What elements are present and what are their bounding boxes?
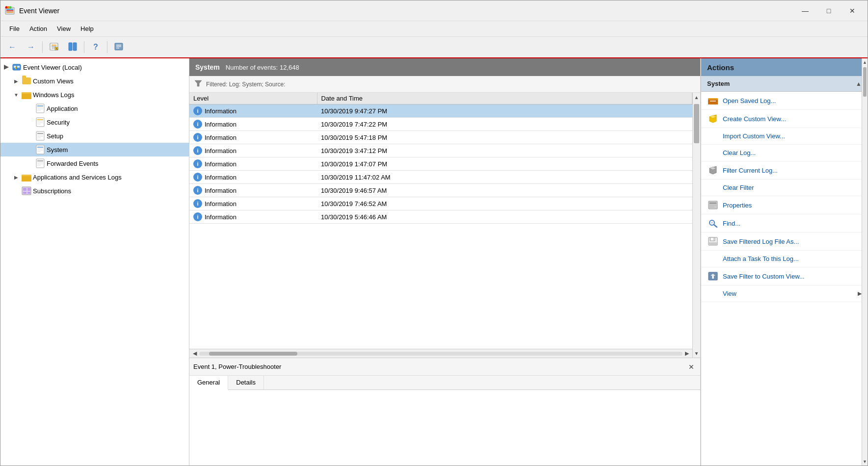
filter-current-log-icon — [707, 164, 719, 176]
maximize-button[interactable]: □ — [817, 3, 840, 19]
actions-header: Actions — [701, 58, 868, 76]
detail-title: Event 1, Power-Troubleshooter — [193, 363, 683, 370]
actions-section-system-arrow: ▲ — [856, 80, 862, 87]
tree-panel: Event Viewer (Local) ▶ Custom Views ▼ — [0, 58, 189, 466]
action-clear-log-label: Clear Log... — [723, 149, 756, 156]
actions-panel: Actions System ▲ Open Saved Log... — [701, 58, 868, 466]
actions-panel-scrollbar[interactable]: ▲ ▼ — [862, 58, 868, 466]
table-row[interactable]: i Information 10/30/2019 7:47:22 PM — [189, 118, 692, 131]
row-datetime: 10/30/2019 1:47:07 PM — [317, 157, 692, 171]
hscroll-thumb[interactable] — [209, 352, 297, 356]
tree-item-system[interactable]: System — [0, 143, 189, 156]
vertical-scrollbar[interactable]: ▲ ▼ — [692, 93, 700, 358]
vscroll-up-arrow[interactable]: ▲ — [693, 93, 700, 102]
tree-item-security[interactable]: Security — [0, 115, 189, 129]
table-row[interactable]: i Information 10/30/2019 5:46:46 AM — [189, 210, 692, 224]
center-header: System Number of events: 12,648 — [189, 58, 700, 76]
columns-button[interactable] — [64, 39, 81, 55]
table-row[interactable]: i Information 10/30/2019 3:47:12 PM — [189, 144, 692, 157]
tab-details[interactable]: Details — [228, 376, 264, 389]
table-scroll-container[interactable]: Level Date and Time i Information 10/30/… — [189, 93, 692, 349]
svg-rect-22 — [17, 66, 20, 68]
svg-rect-27 — [36, 104, 44, 113]
edit-filter-button[interactable] — [45, 39, 63, 55]
svg-rect-57 — [27, 188, 30, 191]
action-find[interactable]: Find... — [701, 214, 868, 233]
tree-item-subscriptions[interactable]: Subscriptions — [0, 184, 189, 198]
actions-vscroll-thumb[interactable] — [863, 67, 867, 97]
menu-help[interactable]: Help — [76, 23, 99, 34]
script-button[interactable] — [110, 39, 128, 55]
tab-general[interactable]: General — [189, 376, 228, 390]
root-expand — [2, 63, 10, 71]
action-clear-log[interactable]: Clear Log... — [701, 145, 868, 161]
app-services-expand: ▶ — [12, 173, 20, 181]
root-icon — [12, 62, 22, 72]
table-row[interactable]: i Information 10/30/2019 9:46:57 AM — [189, 184, 692, 197]
col-datetime[interactable]: Date and Time — [317, 93, 692, 104]
table-row[interactable]: i Information 10/30/2019 1:47:07 PM — [189, 157, 692, 171]
action-create-custom-view[interactable]: Create Custom View... — [701, 110, 868, 128]
actions-section-system[interactable]: System ▲ — [701, 76, 868, 92]
row-datetime: 10/30/2019 9:47:27 PM — [317, 104, 692, 118]
action-filter-current-log-label: Filter Current Log... — [723, 167, 778, 174]
filter-text: Filtered: Log: System; Source: — [206, 81, 285, 88]
action-open-saved-log[interactable]: Open Saved Log... — [701, 92, 868, 110]
action-attach-task[interactable]: Attach a Task To this Log... — [701, 251, 868, 267]
svg-marker-19 — [4, 65, 9, 70]
tree-item-forwarded-events[interactable]: Forwarded Events — [0, 156, 189, 170]
col-level[interactable]: Level — [189, 93, 317, 104]
vscroll-thumb[interactable] — [694, 104, 699, 143]
table-row[interactable]: i Information 10/30/2019 7:46:52 AM — [189, 197, 692, 210]
action-filter-current-log[interactable]: Filter Current Log... — [701, 161, 868, 180]
row-level: Information — [205, 147, 237, 155]
menu-view[interactable]: View — [52, 23, 76, 34]
action-clear-filter[interactable]: Clear Filter — [701, 180, 868, 196]
hscroll-right-arrow[interactable]: ▶ — [683, 350, 691, 357]
action-properties[interactable]: Properties — [701, 196, 868, 214]
actions-vscroll-up[interactable]: ▲ — [862, 58, 868, 66]
forwarded-events-label: Forwarded Events — [47, 160, 99, 167]
close-button[interactable]: ✕ — [841, 3, 864, 19]
minimize-button[interactable]: — — [794, 3, 816, 19]
svg-point-6 — [9, 6, 12, 8]
back-button[interactable]: ← — [3, 39, 21, 55]
toolbar-separator-1 — [42, 41, 43, 53]
tree-item-setup[interactable]: Setup — [0, 129, 189, 143]
svg-rect-62 — [708, 100, 718, 104]
help-button[interactable]: ? — [87, 39, 105, 55]
forwarded-events-icon — [35, 158, 45, 168]
setup-icon — [35, 131, 45, 141]
action-save-filtered-log[interactable]: Save Filtered Log File As... — [701, 233, 868, 251]
action-import-custom-view[interactable]: Import Custom View... — [701, 128, 868, 145]
detail-close-button[interactable]: ✕ — [686, 362, 696, 372]
actions-vscroll-down[interactable]: ▼ — [862, 458, 868, 466]
action-save-filter-custom-view-label: Save Filter to Custom View... — [723, 273, 805, 280]
detail-header: Event 1, Power-Troubleshooter ✕ — [189, 358, 700, 376]
event-viewer-window: Event Viewer — □ ✕ File Action View Help… — [0, 0, 868, 466]
menu-action[interactable]: Action — [25, 23, 52, 34]
horizontal-scrollbar[interactable]: ◀ ▶ — [189, 349, 692, 358]
table-row[interactable]: i Information 10/30/2019 11:47:02 AM — [189, 171, 692, 184]
tree-item-custom-views[interactable]: ▶ Custom Views — [0, 74, 189, 88]
tree-root[interactable]: Event Viewer (Local) — [0, 60, 189, 74]
action-save-filter-to-custom-view[interactable]: Save Filter to Custom View... — [701, 267, 868, 285]
table-row[interactable]: i Information 10/30/2019 5:47:18 PM — [189, 131, 692, 144]
info-icon: i — [193, 212, 202, 221]
forward-button[interactable]: → — [22, 39, 40, 55]
tree-item-app-services[interactable]: ▶ Applications and Services Logs — [0, 170, 189, 184]
table-row[interactable]: i Information 10/30/2019 9:47:27 PM — [189, 104, 692, 118]
hscroll-left-arrow[interactable]: ◀ — [190, 350, 199, 357]
edit-filter-icon — [49, 42, 59, 53]
tree-item-windows-logs[interactable]: ▼ Windows Logs — [0, 88, 189, 102]
action-attach-task-label: Attach a Task To this Log... — [723, 255, 799, 262]
vscroll-down-arrow[interactable]: ▼ — [693, 349, 700, 358]
menu-file[interactable]: File — [4, 23, 25, 34]
action-view[interactable]: View ▶ — [701, 285, 868, 302]
action-view-label: View — [723, 290, 858, 297]
svg-rect-25 — [22, 94, 31, 99]
tree-item-application[interactable]: Application — [0, 102, 189, 115]
svg-rect-13 — [69, 43, 72, 51]
svg-rect-58 — [23, 192, 26, 194]
svg-rect-3 — [6, 12, 13, 13]
